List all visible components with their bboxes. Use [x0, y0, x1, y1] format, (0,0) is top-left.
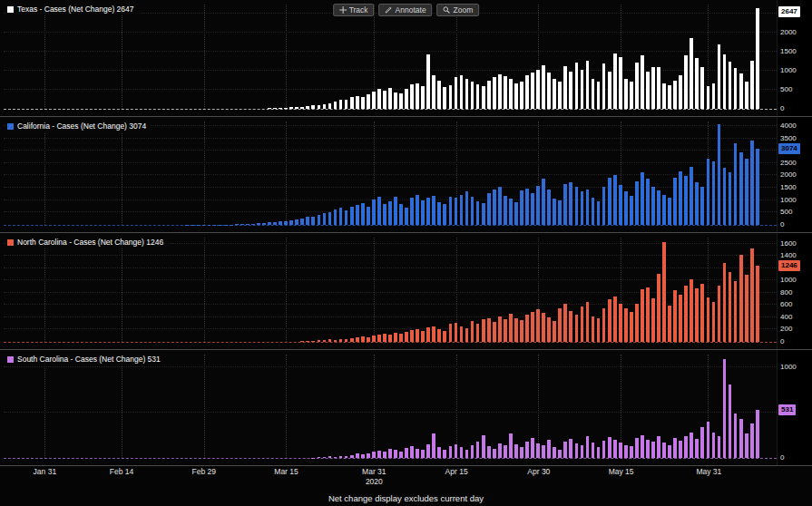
bar — [426, 327, 430, 341]
annotate-button[interactable]: Annotate — [379, 4, 433, 16]
y-tick-label: 0 — [780, 338, 784, 345]
bar — [613, 175, 617, 225]
y-tick-label: 1500 — [780, 184, 797, 191]
bar — [525, 189, 529, 225]
bar — [597, 318, 601, 342]
bar — [553, 447, 556, 458]
x-tick-label: Mar 312020 — [362, 467, 386, 486]
bar — [651, 298, 655, 342]
series-legend-california[interactable]: California - Cases (Net Change) 3074 — [5, 121, 152, 132]
bar — [421, 86, 425, 108]
bar — [394, 450, 397, 458]
bar — [498, 74, 502, 109]
bar — [487, 81, 491, 108]
bar — [707, 297, 710, 342]
bar — [334, 209, 338, 225]
horizontal-gridline — [4, 150, 777, 151]
bar — [718, 286, 721, 341]
y-tick-label: 1000 — [780, 67, 797, 74]
bar — [410, 198, 414, 225]
bar — [504, 445, 507, 458]
bar — [695, 182, 699, 225]
bar — [399, 452, 403, 458]
bar — [487, 318, 491, 342]
vertical-gridline — [538, 355, 539, 459]
legend-label: California - Cases (Net Change) 3074 — [17, 122, 146, 131]
zero-dashed-line — [4, 458, 777, 459]
bar — [520, 447, 523, 458]
bar — [542, 445, 545, 458]
bar — [673, 178, 677, 225]
plot-area-texas — [4, 5, 777, 109]
bar — [476, 84, 480, 109]
bar — [657, 274, 660, 342]
bar — [520, 320, 523, 341]
bar — [723, 168, 727, 225]
bar — [558, 450, 562, 458]
bar — [509, 199, 513, 225]
bar — [756, 8, 759, 108]
bar — [547, 190, 551, 225]
bar — [657, 436, 660, 458]
zoom-button[interactable]: Zoom — [437, 4, 480, 16]
bar — [525, 315, 529, 342]
vertical-gridline — [44, 355, 45, 459]
bar — [449, 85, 453, 108]
bar — [437, 202, 441, 225]
bar — [668, 306, 671, 341]
bar — [592, 79, 595, 109]
y-tick-label: 1000 — [780, 277, 797, 284]
bar — [345, 339, 348, 342]
bar — [514, 83, 518, 108]
vertical-gridline — [374, 355, 375, 459]
bar — [739, 152, 743, 225]
legend-swatch — [7, 356, 14, 363]
bar — [339, 208, 343, 225]
bar — [514, 202, 518, 225]
plot-wrap-north-carolina: North Carolina - Cases (Net Change) 1246 — [0, 233, 777, 349]
series-legend-north-carolina[interactable]: North Carolina - Cases (Net Change) 1246 — [5, 237, 169, 248]
bar — [476, 201, 480, 225]
legend-swatch — [7, 123, 14, 130]
horizontal-gridline — [4, 32, 777, 33]
plot-wrap-texas: Texas - Cases (Net Change) 2647 — [0, 0, 777, 116]
bar — [383, 334, 386, 342]
bar — [388, 88, 392, 109]
bar — [586, 190, 590, 225]
series-legend-south-carolina[interactable]: South Carolina - Cases (Net Change) 531 — [5, 354, 166, 365]
y-tick-label: 1500 — [780, 48, 797, 55]
legend-label: North Carolina - Cases (Net Change) 1246 — [17, 238, 163, 247]
horizontal-gridline — [4, 255, 777, 256]
bar — [700, 427, 704, 458]
bar — [630, 312, 633, 342]
bar — [624, 445, 628, 458]
bar — [602, 441, 606, 458]
series-legend-texas[interactable]: Texas - Cases (Net Change) 2647 — [5, 4, 140, 15]
y-tick-label: 800 — [780, 289, 792, 297]
zoom-button-label: Zoom — [454, 5, 474, 15]
bar — [581, 191, 584, 225]
bar — [361, 203, 365, 225]
bar — [575, 315, 579, 342]
bar — [700, 187, 704, 225]
vertical-gridline — [286, 5, 287, 109]
bar — [328, 339, 332, 341]
zoom-icon — [444, 6, 451, 14]
last-value-badge: 1246 — [778, 260, 800, 271]
bar — [437, 81, 441, 109]
bar — [608, 72, 611, 109]
horizontal-gridline — [4, 51, 777, 52]
bar — [361, 97, 365, 108]
bar — [668, 198, 671, 225]
x-tick-label: Mar 15 — [274, 467, 298, 477]
vertical-gridline — [44, 5, 45, 109]
y-axis-south-carolina: 05001000531 — [777, 350, 812, 466]
bar — [662, 83, 666, 108]
y-axis-scale: 05001000531 — [778, 355, 812, 459]
bar — [542, 179, 545, 225]
bar — [432, 433, 435, 458]
legend-label: South Carolina - Cases (Net Change) 531 — [17, 355, 161, 364]
bar — [690, 167, 693, 225]
chart-toolbar: Track Annotate Zoom — [333, 4, 480, 16]
track-button[interactable]: Track — [333, 4, 375, 16]
